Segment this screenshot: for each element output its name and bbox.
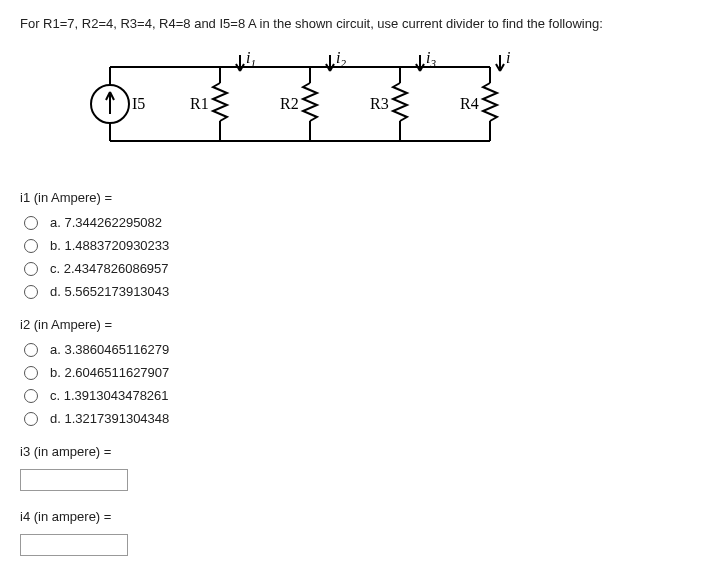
q2-option-d[interactable]: d. 1.3217391304348 — [24, 411, 687, 426]
q2-option-b-text: b. 2.6046511627907 — [50, 365, 169, 380]
q1-option-b-text: b. 1.4883720930233 — [50, 238, 169, 253]
svg-text:i4: i4 — [506, 49, 510, 69]
r1-label: R1 — [190, 95, 209, 112]
q2-block: i2 (in Ampere) = a. 3.3860465116279 b. 2… — [20, 317, 687, 426]
q2-option-c[interactable]: c. 1.3913043478261 — [24, 388, 687, 403]
q1-option-c[interactable]: c. 2.4347826086957 — [24, 261, 687, 276]
radio-icon — [24, 389, 38, 403]
q3-label: i3 (in ampere) = — [20, 444, 687, 459]
q2-option-d-text: d. 1.3217391304348 — [50, 411, 169, 426]
r2-label: R2 — [280, 95, 299, 112]
q2-option-a-text: a. 3.3860465116279 — [50, 342, 169, 357]
problem-prompt: For R1=7, R2=4, R3=4, R4=8 and I5=8 A in… — [20, 16, 687, 31]
q4-label: i4 (in ampere) = — [20, 509, 687, 524]
r3-label: R3 — [370, 95, 389, 112]
q1-block: i1 (in Ampere) = a. 7.344262295082 b. 1.… — [20, 190, 687, 299]
radio-icon — [24, 343, 38, 357]
q3-block: i3 (in ampere) = — [20, 444, 687, 491]
q1-option-b[interactable]: b. 1.4883720930233 — [24, 238, 687, 253]
radio-icon — [24, 216, 38, 230]
q2-option-a[interactable]: a. 3.3860465116279 — [24, 342, 687, 357]
radio-icon — [24, 412, 38, 426]
q2-label: i2 (in Ampere) = — [20, 317, 687, 332]
source-label: I5 — [132, 95, 145, 112]
q1-option-a-text: a. 7.344262295082 — [50, 215, 162, 230]
circuit-diagram: I5 R1 R2 R3 R4 i1 i2 i3 i4 — [90, 49, 687, 162]
r4-label: R4 — [460, 95, 479, 112]
q3-input[interactable] — [20, 469, 128, 491]
radio-icon — [24, 262, 38, 276]
q2-option-b[interactable]: b. 2.6046511627907 — [24, 365, 687, 380]
q4-block: i4 (in ampere) = — [20, 509, 687, 556]
q1-label: i1 (in Ampere) = — [20, 190, 687, 205]
q4-input[interactable] — [20, 534, 128, 556]
q1-option-a[interactable]: a. 7.344262295082 — [24, 215, 687, 230]
radio-icon — [24, 285, 38, 299]
radio-icon — [24, 239, 38, 253]
q1-option-d[interactable]: d. 5.5652173913043 — [24, 284, 687, 299]
q2-option-c-text: c. 1.3913043478261 — [50, 388, 169, 403]
radio-icon — [24, 366, 38, 380]
q1-option-d-text: d. 5.5652173913043 — [50, 284, 169, 299]
q1-option-c-text: c. 2.4347826086957 — [50, 261, 169, 276]
